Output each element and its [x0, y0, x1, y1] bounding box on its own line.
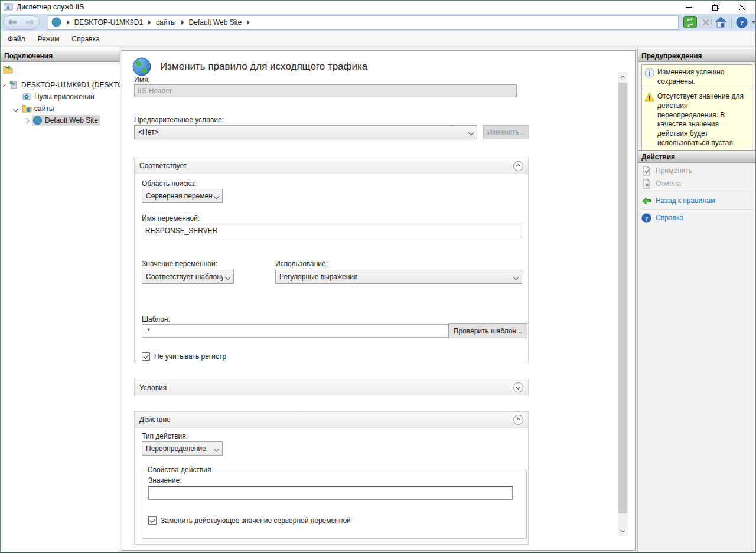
ignore-case-label: Не учитывать регистр [154, 352, 226, 361]
back-nav-icon[interactable] [8, 19, 17, 25]
variable-name-label: Имя переменной: [142, 214, 200, 222]
name-label: Имя: [134, 76, 150, 84]
action-label[interactable]: Назад к правилам [656, 197, 715, 205]
test-pattern-button[interactable]: Проверить шаблон... [448, 323, 527, 338]
edit-precondition-button[interactable]: Изменить... [483, 125, 529, 139]
connections-tree: DESKTOP-U1MK9D1 (DESKTOP Пулы приложений… [1, 79, 120, 126]
pattern-input[interactable] [142, 324, 448, 338]
connections-panel: Подключения DESKTOP-U1MK9D1 (DESKTOP [1, 47, 120, 552]
close-button[interactable] [729, 1, 755, 14]
precondition-select[interactable]: <Нет> [134, 125, 477, 139]
address-bar: DESKTOP-U1MK9D1 сайты Default Web Site [1, 14, 755, 31]
action-label: Отмена [656, 179, 681, 188]
action-properties-legend: Свойства действия [146, 466, 213, 474]
expander-icon[interactable] [24, 117, 30, 123]
action-back-to-rules[interactable]: Назад к правилам [638, 195, 755, 207]
expander-icon[interactable] [13, 106, 19, 112]
chevron-up-icon [516, 163, 520, 168]
menu-view[interactable]: Режим [32, 32, 65, 45]
ignore-case-row[interactable]: Не учитывать регистр [142, 352, 226, 361]
chevron-down-icon [225, 274, 231, 280]
action-type-label: Тип действия: [142, 432, 188, 440]
actions-separator [640, 192, 753, 192]
help-dropdown-caret[interactable] [752, 21, 755, 24]
forward-nav-icon[interactable] [25, 19, 35, 25]
tree-item-server[interactable]: DESKTOP-U1MK9D1 (DESKTOP [1, 79, 120, 91]
right-panel: Предупреждения i Изменения успешно сохра… [637, 47, 755, 552]
tree-item-sites[interactable]: сайты [1, 103, 120, 114]
conditions-section: Условия [134, 379, 529, 395]
minimize-button[interactable] [676, 1, 702, 14]
variable-name-input[interactable] [142, 224, 522, 237]
tree-item-app-pools[interactable]: Пулы приложений [1, 91, 120, 103]
connections-header: Подключения [1, 50, 120, 62]
using-select[interactable]: Регулярные выражения [275, 270, 522, 284]
match-section-header[interactable]: Соответствует [135, 158, 528, 174]
precondition-value: <Нет> [138, 128, 467, 136]
help-icon[interactable]: ? [736, 17, 748, 28]
tree-item-label[interactable]: DESKTOP-U1MK9D1 (DESKTOP [21, 81, 120, 89]
action-cancel: Отмена [638, 178, 755, 189]
action-label[interactable]: Справка [656, 214, 683, 222]
chevron-down-icon [214, 446, 220, 451]
using-label: Использование: [275, 260, 328, 268]
refresh-icon[interactable] [683, 16, 697, 28]
scope-select[interactable]: Серверная переменн [142, 189, 223, 203]
using-value: Регулярные выражения [279, 273, 511, 281]
main-scrollbar[interactable] [618, 72, 628, 536]
match-section: Соответствует Область поиска: Серверная … [134, 158, 529, 362]
svg-text:?: ? [740, 18, 744, 27]
conditions-section-title: Условия [139, 384, 513, 392]
collapse-button[interactable] [513, 415, 523, 425]
alert-text: Изменения успешно сохранены. [657, 68, 750, 87]
ignore-case-checkbox[interactable] [142, 352, 150, 361]
replace-value-label: Заменить действующее значение серверной … [161, 516, 351, 525]
back-arrow-icon [641, 196, 651, 206]
tree-item-label[interactable]: сайты [34, 104, 54, 113]
breadcrumb-server[interactable]: DESKTOP-U1MK9D1 [74, 18, 143, 27]
warning-icon [644, 92, 654, 102]
home-icon[interactable] [715, 17, 727, 28]
pattern-label: Шаблон: [142, 315, 170, 323]
scrollbar-thumb[interactable] [618, 83, 627, 513]
action-help[interactable]: ? Справка [638, 212, 755, 224]
connections-toolbar [1, 62, 120, 77]
tree-item-default-web-site[interactable]: Default Web Site [1, 114, 120, 126]
breadcrumb-site[interactable]: Default Web Site [189, 18, 242, 27]
title-bar: Диспетчер служб IIS [1, 1, 755, 14]
replace-value-row[interactable]: Заменить действующее значение серверной … [148, 516, 351, 525]
breadcrumb-sites[interactable]: сайты [156, 18, 176, 27]
action-value-input[interactable] [148, 486, 513, 500]
menu-file[interactable]: Файл [2, 32, 31, 45]
breadcrumb-arrow[interactable] [181, 20, 184, 25]
cancel-icon [641, 179, 651, 189]
action-section-header[interactable]: Действие [135, 412, 528, 428]
toolbar-divider [731, 17, 732, 28]
breadcrumb[interactable]: DESKTOP-U1MK9D1 сайты Default Web Site [48, 15, 679, 30]
main-content: Изменить правило для исходящего трафика … [122, 50, 636, 551]
scroll-up-button[interactable] [618, 72, 628, 81]
breadcrumb-arrow[interactable] [247, 20, 250, 25]
menu-help[interactable]: Справка [67, 32, 105, 45]
collapse-button[interactable] [513, 161, 523, 171]
variable-value-select[interactable]: Соответствует шаблону [142, 270, 234, 284]
conditions-section-header[interactable]: Условия [135, 379, 528, 395]
restore-button[interactable] [702, 1, 729, 14]
action-value-label: Значение: [148, 476, 182, 485]
variable-value-value: Соответствует шаблону [146, 273, 223, 281]
tree-item-label[interactable]: Default Web Site [45, 116, 98, 125]
action-section-title: Действие [139, 415, 513, 424]
tree-selection[interactable]: Default Web Site [32, 115, 100, 126]
scroll-down-button[interactable] [618, 526, 628, 536]
server-icon [9, 80, 19, 90]
iis-manager-window: Диспетчер служб IIS [0, 0, 756, 553]
tree-item-label[interactable]: Пулы приложений [34, 93, 94, 101]
save-connections-icon[interactable] [3, 65, 13, 74]
expander-icon[interactable] [3, 83, 6, 87]
breadcrumb-arrow[interactable] [148, 20, 151, 25]
replace-value-checkbox[interactable] [148, 516, 157, 525]
expand-button[interactable] [513, 382, 523, 392]
action-section: Действие Тип действия: Переопределение С… [134, 411, 529, 545]
action-type-select[interactable]: Переопределение [142, 441, 223, 456]
sites-folder-icon [22, 104, 32, 113]
